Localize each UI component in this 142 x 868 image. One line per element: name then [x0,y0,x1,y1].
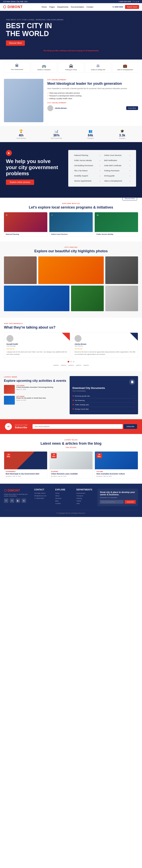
activity-2[interactable]: CITY EVENT Power for the public in South… [4,396,67,405]
footer-logo: ⬡ DIMONT [4,489,31,492]
nav-contact[interactable]: Contact [86,6,93,8]
subscribe-input[interactable] [32,424,123,429]
dot-1[interactable] [68,361,69,363]
footer-dept-jobs[interactable]: Jobs [76,503,94,504]
meet-title: Meet Ideological leader for youth genera… [47,82,138,86]
footer-dept-govt[interactable]: Government [76,492,94,494]
dept-justice[interactable]: ⚖ Justice & Safety Info [85,62,111,72]
nav-documentation[interactable]: Documentation [71,6,84,8]
act-title-2: Power for the public in South East Asia [17,397,67,399]
local-card-court[interactable]: ⚖ Online Court Services [49,212,93,237]
local-cards-grid: 🏛 National Planning ⚖ Online Court Servi… [4,212,138,237]
footer-dept-transport[interactable]: Transport [76,495,94,497]
all-departments-link[interactable]: All Departments [85,50,99,52]
dept-transport[interactable]: 🚌 Roads & Transport [31,62,57,72]
service-national-planning[interactable]: National Planning › [72,153,102,158]
photo-4[interactable] [4,286,69,311]
footer-subscribe-button[interactable]: Subscribe [125,500,136,504]
dept-jobs-label: Jobs & Unemployment [113,69,137,71]
report-issue-button[interactable]: Report Issue [125,5,139,9]
blog-card-title-1: Best Municipal & City Government 2023 [6,473,46,475]
photo-5[interactable] [71,286,104,311]
twitter-icon[interactable]: t [134,1,135,3]
subscribe-form: Subscribe [32,424,137,429]
footer-nav-home[interactable]: Home [55,492,74,494]
doc-item-2[interactable]: Tax Financing › [73,398,135,403]
footer-email[interactable]: info@dimont.com [34,495,52,497]
explore-online-button[interactable]: Explore online services [6,180,34,185]
service-birth-notif[interactable]: Birth Notification › [102,158,132,163]
dept-government[interactable]: 🏛 Your Government [4,62,30,72]
subscribe-title: Subscribe [15,426,28,429]
top-bar: 123 Main Street, City Hall, USA 1-800-00… [0,0,142,3]
footer-dept-justice[interactable]: Justice [76,500,94,502]
photo-2[interactable] [38,256,104,284]
dept-jobs[interactable]: 💼 Jobs & Unemployment [112,62,138,72]
service-disability[interactable]: Disability Support › [72,174,102,179]
doc-item-3[interactable]: Traffic strategic plan › [73,403,135,407]
linkedin-icon[interactable]: in [138,1,139,3]
service-building-perm[interactable]: Get Building Permission › [72,163,102,168]
youtube-icon[interactable]: y [136,1,137,3]
service-appointments[interactable]: Service Appointments › [72,179,102,184]
meet-desc: Nunc imperdiet is commodo a laoreet grav… [47,87,138,90]
local-title: Let's explore local services programs & … [4,205,138,210]
blog-content-3: CULTURE New Australian Economic Culture … [95,469,138,479]
footer: ⬡ DIMONT Great city & place to develop y… [0,484,142,517]
photo-3[interactable] [105,256,138,284]
play-icon[interactable]: ▶ [6,150,12,156]
arrow-icon-r1: › [130,154,130,156]
footer-youtube[interactable]: ▶ [16,498,20,503]
service-public-identity[interactable]: Public Service Identity › [72,158,102,163]
dot-2[interactable] [70,361,72,363]
blog-date-3: 16 Mar [96,453,102,458]
footer-phone[interactable]: +1 0000 0000 [34,497,52,499]
stat-label-4: Graduates [119,137,125,139]
blog-sub-link[interactable]: View all posts [4,446,138,448]
hashtag-5: #diMOd [83,365,89,366]
footer-nav-about[interactable]: About [55,495,74,497]
hero-section: The best city for living, working and ex… [0,11,142,60]
service-driving[interactable]: Driving guide › [102,174,132,179]
doc-item-4[interactable]: Energy recycle plan › [73,407,135,411]
jobs-icon: 💼 [113,64,137,68]
footer-facebook[interactable]: f [4,498,8,503]
doc-item-1[interactable]: Economy growth rate › [73,394,135,398]
documents-list: Economy growth rate › Tax Financing › Tr… [73,394,135,411]
text-1: I always look for the best and most I th… [6,351,67,355]
footer-linkedin[interactable]: in [22,498,26,503]
discover-more-button[interactable]: Discover More [6,40,25,46]
photo-1[interactable] [4,256,37,284]
footer-nav-contact[interactable]: Contact [55,503,74,504]
nav-pages[interactable]: Pages [49,6,55,8]
service-jobs-unempl[interactable]: Jobs & Unemployment › [102,179,132,184]
dept-police[interactable]: 🚔 Policing & Crime [58,62,84,72]
service-parking[interactable]: Parking Permission › [102,168,132,174]
activities-section: LATEST NEWS Explore upcoming city activi… [0,371,142,419]
service-label-5: Disability Support [74,175,88,177]
local-card-public[interactable]: 🪪 Public Service Identity [95,212,138,237]
footer-dept-police[interactable]: Policing [76,497,94,499]
blog-card-2[interactable]: 15 Mar ECONOMY Urban Renewal Loans Avail… [49,451,93,479]
blog-card-3[interactable]: 16 Mar CULTURE New Australian Economic C… [95,451,138,479]
local-card-national[interactable]: 🏛 National Planning [4,212,47,237]
service-tax-return[interactable]: File a Tax Return › [72,168,102,174]
know-more-button[interactable]: Know More [126,106,138,110]
footer-nav-services[interactable]: Services [55,497,74,499]
service-birth-cert[interactable]: Order Birth Certificate › [102,163,132,168]
nav-departments[interactable]: Departments [57,6,68,8]
photos-title: Explore our beautiful city highlights ph… [4,249,138,253]
subscribe-button[interactable]: Subscribe [124,424,137,429]
service-online-court[interactable]: Online Court Services › [102,153,132,158]
footer-subscribe-form: Subscribe [100,500,136,504]
footer-twitter[interactable]: 𝕏 [10,498,14,503]
footer-email-input[interactable] [100,500,124,504]
facebook-icon[interactable]: f [133,1,133,3]
footer-nav-blog[interactable]: Blog [55,500,74,502]
photo-6[interactable] [105,286,138,311]
nav-home[interactable]: Home [41,6,47,8]
activity-1[interactable]: CITY EVENT A New Australian Innovation T… [4,385,67,394]
blog-card-1[interactable]: 15 Mar GOVERNMENT Best Municipal & City … [4,451,47,479]
dot-3[interactable] [73,361,74,363]
top-social-links: f t y in [133,1,139,3]
